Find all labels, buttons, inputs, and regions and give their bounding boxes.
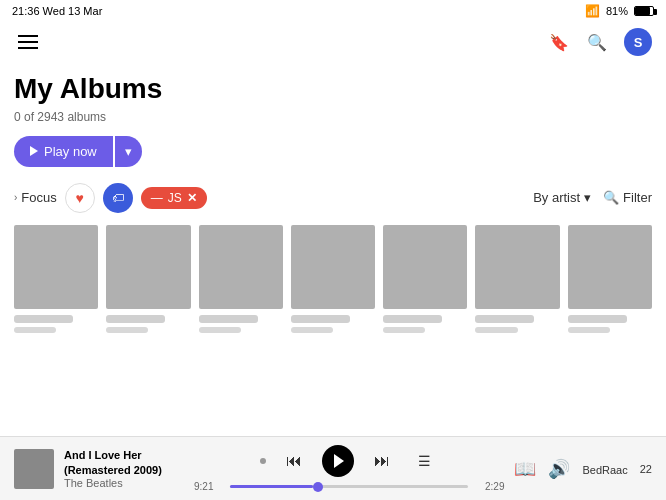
album-card[interactable] bbox=[383, 225, 467, 333]
album-artist-bar bbox=[14, 327, 56, 333]
album-artist-bar bbox=[475, 327, 517, 333]
close-filter-icon[interactable]: ✕ bbox=[187, 191, 197, 205]
album-title-bar bbox=[14, 315, 73, 323]
status-time: 21:36 Wed 13 Mar bbox=[12, 5, 102, 17]
search-icon: 🔍 bbox=[603, 190, 619, 205]
time-total: 2:29 bbox=[476, 481, 504, 492]
album-title-bar bbox=[475, 315, 534, 323]
chevron-right-icon: › bbox=[14, 192, 17, 203]
progress-dot bbox=[313, 482, 323, 492]
album-artist-bar bbox=[568, 327, 610, 333]
album-grid bbox=[14, 225, 652, 333]
album-card[interactable] bbox=[14, 225, 98, 333]
bookmark-icon[interactable]: 🔖 bbox=[548, 31, 570, 53]
album-artist-bar bbox=[199, 327, 241, 333]
filter-left: › Focus ♥ 🏷 — JS ✕ bbox=[14, 183, 207, 213]
play-controls: Play now ▾ bbox=[14, 136, 652, 167]
album-title-bar bbox=[383, 315, 442, 323]
album-thumbnail bbox=[383, 225, 467, 309]
album-card[interactable] bbox=[475, 225, 559, 333]
progress-track[interactable] bbox=[230, 485, 468, 488]
album-card[interactable] bbox=[291, 225, 375, 333]
album-card[interactable] bbox=[568, 225, 652, 333]
search-icon[interactable]: 🔍 bbox=[586, 31, 608, 53]
now-playing-artist: The Beatles bbox=[64, 477, 184, 489]
album-thumbnail bbox=[14, 225, 98, 309]
now-playing-info: And I Love Her (Remastered 2009) The Bea… bbox=[64, 448, 184, 489]
right-controls: 📖 🔊 BedRaac 22 bbox=[514, 458, 652, 480]
progress-fill bbox=[230, 485, 313, 488]
album-title-bar bbox=[106, 315, 165, 323]
device-label: BedRaac bbox=[582, 460, 627, 478]
main-content: My Albums 0 of 2943 albums Play now ▾ › … bbox=[0, 62, 666, 333]
album-artist-bar bbox=[291, 327, 333, 333]
album-card[interactable] bbox=[106, 225, 190, 333]
next-button[interactable]: ⏭ bbox=[368, 447, 396, 475]
play-now-button[interactable]: Play now bbox=[14, 136, 113, 167]
filter-right: By artist ▾ 🔍 Filter bbox=[533, 190, 652, 205]
album-artist-bar bbox=[106, 327, 148, 333]
chevron-down-icon: ▾ bbox=[584, 190, 591, 205]
focus-link[interactable]: › Focus bbox=[14, 190, 57, 205]
play-pause-button[interactable] bbox=[322, 445, 354, 477]
progress-bar-row: 9:21 2:29 bbox=[194, 481, 504, 492]
now-playing-thumbnail bbox=[14, 449, 54, 489]
album-thumbnail bbox=[291, 225, 375, 309]
play-icon bbox=[334, 454, 344, 468]
heart-filter-chip[interactable]: ♥ bbox=[65, 183, 95, 213]
avatar[interactable]: S bbox=[624, 28, 652, 56]
filter-bar: › Focus ♥ 🏷 — JS ✕ By artist ▾ 🔍 Filter bbox=[14, 183, 652, 213]
album-thumbnail bbox=[568, 225, 652, 309]
album-card[interactable] bbox=[199, 225, 283, 333]
album-title-bar bbox=[199, 315, 258, 323]
album-artist-bar bbox=[383, 327, 425, 333]
status-bar: 21:36 Wed 13 Mar 📶 81% bbox=[0, 0, 666, 22]
dot-icon bbox=[260, 458, 266, 464]
sort-button[interactable]: By artist ▾ bbox=[533, 190, 591, 205]
menu-button[interactable] bbox=[14, 31, 42, 53]
time-elapsed: 9:21 bbox=[194, 481, 222, 492]
play-dropdown-button[interactable]: ▾ bbox=[115, 136, 142, 167]
wifi-icon: 📶 bbox=[585, 4, 600, 18]
album-title-bar bbox=[291, 315, 350, 323]
battery-icon bbox=[634, 6, 654, 16]
now-playing-bar: And I Love Her (Remastered 2009) The Bea… bbox=[0, 436, 666, 500]
album-thumbnail bbox=[199, 225, 283, 309]
tag-filter-chip[interactable]: 🏷 bbox=[103, 183, 133, 213]
play-triangle-icon bbox=[30, 146, 38, 156]
page-title: My Albums bbox=[14, 72, 652, 106]
queue-button[interactable]: ☰ bbox=[410, 447, 438, 475]
volume-level: 22 bbox=[640, 463, 652, 475]
album-title-bar bbox=[568, 315, 627, 323]
volume-button[interactable]: 🔊 bbox=[548, 458, 570, 480]
album-thumbnail bbox=[475, 225, 559, 309]
library-button[interactable]: 📖 bbox=[514, 458, 536, 480]
playback-controls: ⏮ ⏭ ☰ bbox=[260, 445, 438, 477]
battery-percent: 81% bbox=[606, 5, 628, 17]
now-playing-title: And I Love Her (Remastered 2009) bbox=[64, 448, 184, 477]
search-filter-button[interactable]: 🔍 Filter bbox=[603, 190, 652, 205]
js-filter-chip[interactable]: — JS ✕ bbox=[141, 187, 207, 209]
status-right: 📶 81% bbox=[585, 4, 654, 18]
previous-button[interactable]: ⏮ bbox=[280, 447, 308, 475]
album-thumbnail bbox=[106, 225, 190, 309]
progress-section: ⏮ ⏭ ☰ 9:21 2:29 bbox=[194, 445, 504, 492]
nav-right: 🔖 🔍 S bbox=[548, 28, 652, 56]
top-nav: 🔖 🔍 S bbox=[0, 22, 666, 62]
album-count: 0 of 2943 albums bbox=[14, 110, 652, 124]
